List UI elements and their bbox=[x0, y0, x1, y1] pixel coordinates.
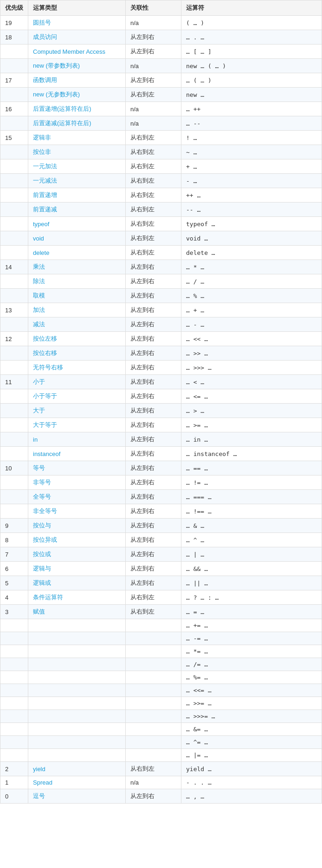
op-type-link[interactable]: 按位右移 bbox=[33, 349, 57, 356]
op-type-cell[interactable]: 圆括号 bbox=[28, 16, 126, 30]
op-type-cell[interactable]: 成员访问 bbox=[28, 30, 126, 44]
op-type-link[interactable]: typeof bbox=[33, 221, 49, 228]
priority-cell bbox=[0, 231, 28, 246]
priority-cell bbox=[0, 116, 28, 131]
op-type-cell[interactable]: 除法 bbox=[28, 274, 126, 289]
op-type-cell[interactable]: 无符号右移 bbox=[28, 361, 126, 375]
op-type-cell[interactable]: 按位左移 bbox=[28, 332, 126, 346]
op-type-cell[interactable]: yield bbox=[28, 762, 126, 776]
op-type-cell[interactable]: 大于 bbox=[28, 404, 126, 418]
op-type-link[interactable]: Computed Member Access bbox=[33, 48, 105, 55]
op-type-cell[interactable]: 加法 bbox=[28, 303, 126, 317]
op-type-link[interactable]: 赋值 bbox=[33, 608, 45, 615]
op-type-link[interactable]: 后置递减(运算符在后) bbox=[33, 120, 91, 127]
op-type-link[interactable]: 按位非 bbox=[33, 148, 51, 155]
op-type-link[interactable]: 非全等号 bbox=[33, 507, 57, 514]
op-type-link[interactable]: new (无参数列表) bbox=[33, 91, 80, 98]
op-type-link[interactable]: 非等号 bbox=[33, 479, 51, 486]
op-type-cell[interactable]: instanceof bbox=[28, 447, 126, 461]
op-type-link[interactable]: 按位左移 bbox=[33, 335, 57, 342]
op-type-link[interactable]: 后置递增(运算符在后) bbox=[33, 105, 91, 112]
op-type-link[interactable]: 前置递减 bbox=[33, 206, 57, 213]
op-type-cell[interactable]: 函数调用 bbox=[28, 73, 126, 88]
op-type-link[interactable]: 按位或 bbox=[33, 551, 51, 558]
op-type-link[interactable]: 圆括号 bbox=[33, 19, 51, 26]
op-type-link[interactable]: 逻辑或 bbox=[33, 579, 51, 586]
op-type-cell[interactable]: new (无参数列表) bbox=[28, 88, 126, 102]
op-type-link[interactable]: 加法 bbox=[33, 306, 45, 313]
op-type-link[interactable]: 取模 bbox=[33, 292, 45, 299]
op-type-cell[interactable]: 前置递减 bbox=[28, 203, 126, 217]
associativity-cell: 从左到右 bbox=[126, 447, 181, 461]
op-type-cell[interactable]: 取模 bbox=[28, 289, 126, 303]
op-type-link[interactable]: 函数调用 bbox=[33, 76, 57, 83]
op-type-link[interactable]: in bbox=[33, 436, 38, 443]
op-type-cell[interactable]: 前置递增 bbox=[28, 188, 126, 203]
op-type-link[interactable]: 按位与 bbox=[33, 522, 51, 529]
table-row: 9按位与从左到右… & … bbox=[0, 519, 322, 533]
op-type-cell[interactable]: 按位异或 bbox=[28, 533, 126, 547]
op-type-link[interactable]: 前置递增 bbox=[33, 191, 57, 198]
op-type-link[interactable]: Spread bbox=[33, 779, 52, 786]
op-type-link[interactable]: 大于等于 bbox=[33, 421, 57, 428]
op-type-cell[interactable]: 非全等号 bbox=[28, 504, 126, 519]
op-type-link[interactable]: 按位异或 bbox=[33, 536, 57, 543]
op-type-cell[interactable]: delete bbox=[28, 246, 126, 260]
op-type-cell bbox=[28, 684, 126, 697]
op-type-cell[interactable]: in bbox=[28, 432, 126, 447]
op-type-cell[interactable]: typeof bbox=[28, 217, 126, 231]
op-type-cell[interactable]: 逗号 bbox=[28, 789, 126, 804]
op-type-cell[interactable]: 条件运算符 bbox=[28, 590, 126, 605]
op-type-link[interactable]: 除法 bbox=[33, 278, 45, 285]
op-type-link[interactable]: 大于 bbox=[33, 407, 45, 414]
op-type-link[interactable]: 一元加法 bbox=[33, 163, 57, 170]
op-type-cell[interactable]: void bbox=[28, 231, 126, 246]
op-type-cell[interactable]: 一元减法 bbox=[28, 174, 126, 188]
op-type-cell[interactable]: 后置递减(运算符在后) bbox=[28, 116, 126, 131]
op-type-link[interactable]: 乘法 bbox=[33, 263, 45, 270]
op-type-link[interactable]: 成员访问 bbox=[33, 33, 57, 40]
op-type-link[interactable]: instanceof bbox=[33, 450, 60, 457]
op-type-cell[interactable]: 逻辑或 bbox=[28, 576, 126, 590]
op-type-link[interactable]: 减法 bbox=[33, 321, 45, 328]
op-type-cell[interactable]: 按位与 bbox=[28, 519, 126, 533]
op-type-cell[interactable]: 后置递增(运算符在后) bbox=[28, 102, 126, 116]
op-type-cell[interactable]: 小于等于 bbox=[28, 389, 126, 404]
op-type-cell[interactable]: 逻辑与 bbox=[28, 562, 126, 576]
op-type-cell[interactable]: 一元加法 bbox=[28, 159, 126, 174]
op-type-cell[interactable]: Computed Member Access bbox=[28, 44, 126, 59]
associativity-cell: 从右到左 bbox=[126, 203, 181, 217]
op-type-link[interactable]: yield bbox=[33, 766, 45, 773]
op-type-cell[interactable]: 小于 bbox=[28, 375, 126, 389]
op-type-link[interactable]: delete bbox=[33, 249, 49, 256]
op-type-cell[interactable]: new (带参数列表) bbox=[28, 59, 126, 73]
op-type-link[interactable]: 逻辑非 bbox=[33, 134, 51, 141]
op-type-cell[interactable]: 赋值 bbox=[28, 605, 126, 619]
op-type-link[interactable]: 小于 bbox=[33, 378, 45, 385]
associativity-cell bbox=[126, 697, 181, 710]
op-type-link[interactable]: void bbox=[33, 235, 44, 242]
op-type-cell[interactable]: 按位非 bbox=[28, 145, 126, 159]
op-type-link[interactable]: 小于等于 bbox=[33, 393, 57, 399]
op-type-cell[interactable]: 大于等于 bbox=[28, 418, 126, 432]
op-type-cell[interactable]: Spread bbox=[28, 776, 126, 789]
op-type-cell[interactable]: 全等号 bbox=[28, 490, 126, 504]
op-type-link[interactable]: 全等号 bbox=[33, 493, 51, 500]
op-type-link[interactable]: 无符号右移 bbox=[33, 364, 63, 371]
op-type-cell[interactable]: 等号 bbox=[28, 461, 126, 475]
op-type-cell[interactable]: 减法 bbox=[28, 317, 126, 332]
op-type-link[interactable]: 等号 bbox=[33, 464, 45, 471]
op-type-link[interactable]: 逻辑与 bbox=[33, 565, 51, 572]
priority-cell bbox=[0, 44, 28, 59]
op-type-cell[interactable]: 逻辑非 bbox=[28, 131, 126, 145]
associativity-cell: 从左到右 bbox=[126, 375, 181, 389]
op-type-link[interactable]: 条件运算符 bbox=[33, 594, 63, 601]
table-row: 全等号从左到右… === … bbox=[0, 490, 322, 504]
op-type-link[interactable]: new (带参数列表) bbox=[33, 62, 80, 69]
op-type-link[interactable]: 一元减法 bbox=[33, 177, 57, 184]
op-type-cell[interactable]: 按位右移 bbox=[28, 346, 126, 361]
op-type-cell[interactable]: 非等号 bbox=[28, 475, 126, 490]
op-type-cell[interactable]: 按位或 bbox=[28, 547, 126, 562]
op-type-link[interactable]: 逗号 bbox=[33, 792, 45, 799]
op-type-cell[interactable]: 乘法 bbox=[28, 260, 126, 274]
